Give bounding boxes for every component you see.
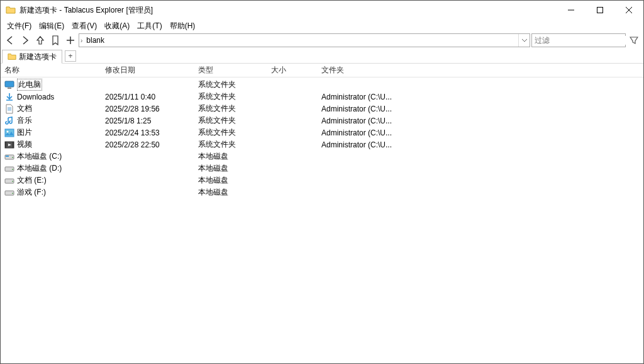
item-name: Downloads [17, 93, 54, 101]
list-item[interactable]: 本地磁盘 (D:)本地磁盘 [1, 162, 643, 174]
filter-funnel-button[interactable] [627, 33, 641, 47]
item-type: 本地磁盘 [194, 163, 267, 174]
svg-rect-0 [597, 8, 603, 13]
music-icon [4, 116, 14, 126]
toolbar: › blank [1, 32, 643, 48]
svg-point-16 [12, 193, 13, 194]
menu-edit[interactable]: 编辑(E) [35, 20, 68, 33]
item-modified: 2025/1/11 0:40 [101, 93, 194, 101]
item-type: 本地磁盘 [194, 187, 267, 198]
svg-rect-9 [6, 156, 9, 157]
app-window: 新建选项卡 - Tablacus Explorer [管理员] 文件(F) 编辑… [0, 0, 644, 364]
svg-rect-6 [5, 142, 6, 148]
close-button[interactable] [614, 1, 643, 20]
item-type: 本地磁盘 [194, 175, 267, 186]
pc-icon [4, 80, 14, 90]
col-name[interactable]: 名称 [1, 64, 101, 77]
svg-point-14 [12, 181, 13, 182]
bookmark-button[interactable] [48, 33, 62, 47]
item-type: 系统文件夹 [194, 127, 267, 138]
list-item[interactable]: 此电脑系统文件夹 [1, 79, 643, 91]
item-type: 系统文件夹 [194, 139, 267, 150]
item-name: 视频 [17, 139, 32, 150]
breadcrumb-seg-blank[interactable]: blank [84, 34, 107, 47]
address-dropdown[interactable] [518, 34, 530, 47]
list-item[interactable]: 图片2025/2/24 13:53系统文件夹Administrator (C:\… [1, 127, 643, 139]
item-type: 系统文件夹 [194, 103, 267, 114]
column-headers: 名称 修改日期 类型 大小 文件夹 [1, 64, 643, 77]
tab-folder-icon [8, 52, 16, 61]
item-folder: Administrator (C:\U... [318, 140, 412, 149]
list-item[interactable]: 本地磁盘 (C:)本地磁盘 [1, 151, 643, 162]
item-type: 系统文件夹 [194, 91, 267, 102]
video-icon [4, 140, 14, 150]
maximize-button[interactable] [586, 1, 614, 20]
app-folder-icon [6, 5, 16, 15]
menu-tools[interactable]: 工具(T) [133, 20, 165, 33]
tab-new[interactable]: 新建选项卡 [2, 50, 62, 64]
item-folder: Administrator (C:\U... [318, 117, 412, 125]
col-size[interactable]: 大小 [267, 64, 318, 77]
drive-icon [4, 188, 14, 198]
svg-rect-7 [13, 142, 14, 148]
item-name: 此电脑 [17, 79, 42, 91]
svg-rect-1 [5, 81, 14, 87]
doc-icon [4, 104, 14, 114]
title-bar[interactable]: 新建选项卡 - Tablacus Explorer [管理员] [1, 1, 643, 20]
svg-point-4 [7, 130, 9, 132]
item-name: 文档 [17, 103, 32, 114]
item-modified: 2025/2/28 19:56 [101, 105, 194, 113]
item-type: 本地磁盘 [194, 151, 267, 162]
list-item[interactable]: 文档 (E:)本地磁盘 [1, 174, 643, 186]
file-list[interactable]: 此电脑系统文件夹Downloads2025/1/11 0:40系统文件夹Admi… [1, 77, 643, 363]
col-modified[interactable]: 修改日期 [101, 64, 194, 77]
drive-icon [4, 164, 14, 174]
download-icon [4, 92, 14, 102]
item-folder: Administrator (C:\U... [318, 105, 412, 113]
drive-c-icon [4, 152, 14, 162]
breadcrumb-root-chevron-icon[interactable]: › [79, 37, 84, 44]
item-modified: 2025/1/8 1:25 [101, 117, 194, 125]
list-item[interactable]: 音乐2025/1/8 1:25系统文件夹Administrator (C:\U.… [1, 115, 643, 127]
list-item[interactable]: 游戏 (F:)本地磁盘 [1, 186, 643, 198]
menu-help[interactable]: 帮助(H) [166, 20, 199, 33]
list-item[interactable]: 文档2025/2/28 19:56系统文件夹Administrator (C:\… [1, 103, 643, 115]
item-type: 系统文件夹 [194, 79, 267, 90]
add-button[interactable] [64, 33, 77, 47]
pic-icon [4, 128, 14, 138]
back-button[interactable] [3, 33, 17, 47]
drive-icon [4, 176, 14, 186]
menu-file[interactable]: 文件(F) [3, 20, 35, 33]
address-bar[interactable]: › blank [79, 33, 530, 47]
item-name: 本地磁盘 (D:) [17, 163, 62, 174]
tab-label: 新建选项卡 [19, 52, 57, 62]
up-button[interactable] [33, 33, 47, 47]
svg-rect-2 [8, 88, 11, 89]
list-item[interactable]: Downloads2025/1/11 0:40系统文件夹Administrato… [1, 91, 643, 103]
item-modified: 2025/2/24 13:53 [101, 128, 194, 137]
item-modified: 2025/2/28 22:50 [101, 140, 194, 149]
item-name: 文档 (E:) [17, 175, 47, 186]
col-folder[interactable]: 文件夹 [318, 64, 412, 77]
menu-bar: 文件(F) 编辑(E) 查看(V) 收藏(A) 工具(T) 帮助(H) [1, 20, 643, 32]
window-title: 新建选项卡 - Tablacus Explorer [管理员] [19, 5, 557, 16]
item-name: 本地磁盘 (C:) [17, 151, 62, 162]
item-type: 系统文件夹 [194, 115, 267, 126]
forward-button[interactable] [18, 33, 32, 47]
menu-view[interactable]: 查看(V) [68, 20, 101, 33]
filter-box[interactable] [531, 33, 626, 47]
item-name: 图片 [17, 127, 32, 138]
minimize-button[interactable] [557, 1, 586, 20]
item-name: 游戏 (F:) [17, 187, 46, 198]
col-type[interactable]: 类型 [194, 64, 267, 77]
new-tab-button[interactable]: + [65, 50, 76, 62]
tab-bar: 新建选项卡 + [1, 48, 643, 64]
svg-rect-3 [5, 129, 14, 137]
list-item[interactable]: 视频2025/2/28 22:50系统文件夹Administrator (C:\… [1, 139, 643, 151]
svg-point-10 [12, 157, 13, 158]
item-folder: Administrator (C:\U... [318, 128, 412, 137]
filter-input[interactable] [535, 36, 629, 45]
item-name: 音乐 [17, 115, 32, 126]
menu-favorites[interactable]: 收藏(A) [101, 20, 133, 33]
svg-point-12 [12, 169, 13, 170]
